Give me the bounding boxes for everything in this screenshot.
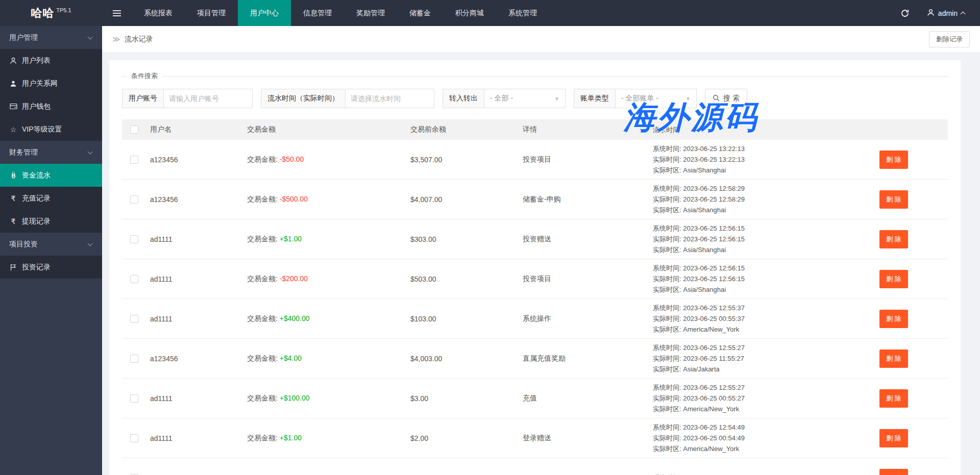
- admin-app: 哈哈 TP5.1 系统报表项目管理用户中心信息管理奖励管理储蓄金积分商城系统管理…: [0, 0, 980, 475]
- cell-time: 系统时间: 2023-06-25 12:55:37 实际时间: 2023-06-…: [638, 303, 872, 335]
- row-delete-button[interactable]: 删 除: [879, 151, 908, 169]
- cell-username: ad1111: [150, 434, 247, 442]
- user-menu[interactable]: admin: [927, 9, 965, 18]
- flow-records-table: 用户名 交易金额 交易前余额 详情 流水时间 a123456 交易金额: -$5…: [122, 119, 948, 475]
- row-checkbox[interactable]: [130, 235, 138, 243]
- cell-detail: 储蓄金-申购: [523, 195, 638, 204]
- cell-amount: 交易金额: -$50.00: [247, 155, 410, 164]
- flow-time-field-label: 流水时间（实际时间）: [261, 89, 345, 108]
- sidebar-item[interactable]: ₹提现记录: [0, 210, 102, 233]
- table-row: ad1111 交易金额: +$100.00 $3.00 充值 系统时间: 202…: [122, 379, 948, 418]
- cell-balance: $3.00: [410, 394, 523, 403]
- nav-item[interactable]: 储蓄金: [397, 0, 443, 26]
- table-row: ad1111 交易金额: +$400.00 $103.00 系统操作 系统时间:…: [122, 299, 948, 339]
- transfer-direction-value: - 全部 -: [490, 94, 513, 103]
- table-row: ad1111 交易金额: +$1.00 $303.00 投资赠送 系统时间: 2…: [122, 219, 948, 259]
- cell-username: ad1111: [150, 315, 247, 323]
- search-button[interactable]: 搜 索: [705, 89, 747, 108]
- row-checkbox[interactable]: [130, 394, 138, 403]
- wallet-icon: [9, 103, 17, 110]
- flow-time-input[interactable]: [345, 89, 434, 108]
- table-row: a123456 交易金额: +$4.00 $4,003.00 直属充值奖励 系统…: [122, 339, 948, 379]
- sidebar-section-header[interactable]: 用户管理: [0, 26, 102, 49]
- logo-version: TP5.1: [56, 7, 71, 13]
- flag-icon: [9, 264, 17, 271]
- delete-records-button[interactable]: 删除记录: [929, 31, 970, 47]
- cell-username: a123456: [150, 156, 247, 164]
- search-legend: 条件搜索: [126, 71, 163, 81]
- row-checkbox[interactable]: [130, 156, 138, 164]
- rupee-icon: ₹: [9, 217, 17, 226]
- cell-detail: 系统操作: [523, 314, 638, 323]
- sidebar-item[interactable]: 用户关系网: [0, 72, 102, 95]
- chevron-down-icon: [88, 241, 93, 246]
- nav-item[interactable]: 用户中心: [238, 0, 291, 26]
- logo-text: 哈哈: [31, 6, 54, 21]
- cell-username: ad1111: [150, 394, 247, 403]
- sidebar-section-header[interactable]: 项目投资: [0, 233, 102, 256]
- nav-item[interactable]: 奖励管理: [344, 0, 397, 26]
- col-header-detail: 详情: [523, 125, 638, 134]
- sidebar-menu: 用户管理用户列表用户关系网用户钱包☆VIP等级设置财务管理B资金流水₹充值记录₹…: [0, 26, 102, 475]
- sidebar-item[interactable]: 用户列表: [0, 49, 102, 72]
- row-delete-button[interactable]: 删 除: [879, 190, 908, 209]
- account-field-group: 用户账号: [122, 89, 253, 108]
- select-all-checkbox[interactable]: [130, 126, 138, 134]
- row-checkbox[interactable]: [130, 355, 138, 363]
- topnav: 系统报表项目管理用户中心信息管理奖励管理储蓄金积分商城系统管理: [132, 0, 549, 26]
- cell-amount: 交易金额: +$1.00: [247, 235, 410, 244]
- table-header-row: 用户名 交易金额 交易前余额 详情 流水时间: [122, 119, 948, 140]
- row-delete-button[interactable]: 删 除: [879, 349, 908, 368]
- row-checkbox[interactable]: [130, 434, 138, 442]
- row-delete-button[interactable]: 删 除: [879, 429, 908, 447]
- bill-type-group: 账单类型 - 全部账单 - ▼: [574, 89, 697, 108]
- chevron-down-icon: [88, 34, 93, 39]
- account-input[interactable]: [163, 89, 253, 108]
- bill-type-select[interactable]: - 全部账单 - ▼: [615, 89, 697, 108]
- topbar-right: admin: [900, 0, 980, 26]
- row-delete-button[interactable]: 删 除: [879, 230, 908, 248]
- nav-item[interactable]: 积分商城: [443, 0, 496, 26]
- sidebar-section-header[interactable]: 财务管理: [0, 141, 102, 164]
- breadcrumb-bar: ≫ 流水记录 删除记录: [102, 26, 980, 53]
- cell-username: ad1111: [150, 275, 247, 283]
- col-header-balance: 交易前余额: [410, 125, 523, 134]
- row-delete-button[interactable]: 删 除: [879, 389, 908, 408]
- refresh-icon[interactable]: [900, 9, 910, 18]
- search-icon: [713, 94, 720, 103]
- nav-item[interactable]: 系统报表: [132, 0, 185, 26]
- star-icon: ☆: [9, 126, 17, 134]
- cell-time: 系统时间: 2023-06-25 12:54:45: [638, 472, 872, 475]
- row-delete-button[interactable]: 删 除: [879, 270, 908, 288]
- sidebar-item[interactable]: ☆VIP等级设置: [0, 118, 102, 141]
- cell-amount: 交易金额: +$100.00: [247, 394, 410, 403]
- cell-amount: 交易金额: -$500.00: [247, 195, 410, 204]
- row-checkbox[interactable]: [130, 195, 138, 204]
- row-delete-button[interactable]: 删 除: [879, 310, 908, 328]
- nav-item[interactable]: 项目管理: [185, 0, 238, 26]
- cell-time: 系统时间: 2023-06-25 12:56:15 实际时间: 2023-06-…: [638, 223, 872, 255]
- sidebar-item[interactable]: ₹充值记录: [0, 187, 102, 210]
- row-checkbox[interactable]: [130, 315, 138, 323]
- sidebar-item[interactable]: B资金流水: [0, 164, 102, 187]
- bill-type-value: - 全部账单 -: [621, 94, 658, 103]
- table-row: ad1111 交易金额: -$200.00 $503.00 投资项目 系统时间:…: [122, 259, 948, 299]
- cell-time: 系统时间: 2023-06-25 13:22:13 实际时间: 2023-06-…: [638, 143, 872, 176]
- table-row: a123456 交易金额: -$50.00 $3,507.00 投资项目 系统时…: [122, 140, 948, 180]
- chevron-down-icon: [88, 149, 93, 154]
- row-checkbox[interactable]: [130, 275, 138, 283]
- svg-text:B: B: [11, 172, 15, 179]
- flow-time-field-group: 流水时间（实际时间）: [261, 89, 434, 108]
- cell-detail: 投资赠送: [523, 235, 638, 244]
- row-delete-button[interactable]: 删 除: [879, 469, 908, 475]
- transfer-direction-select[interactable]: - 全部 - ▼: [484, 89, 566, 108]
- hamburger-icon[interactable]: [102, 0, 132, 26]
- cell-time: 系统时间: 2023-06-25 12:56:15 实际时间: 2023-06-…: [638, 263, 872, 295]
- nav-item[interactable]: 系统管理: [496, 0, 549, 26]
- table-row: 系统时间: 2023-06-25 12:54:45 删 除: [122, 458, 948, 475]
- user-icon: [9, 57, 17, 64]
- cell-balance: $103.00: [410, 315, 523, 323]
- nav-item[interactable]: 信息管理: [291, 0, 344, 26]
- sidebar-item[interactable]: 投资记录: [0, 256, 102, 279]
- sidebar-item[interactable]: 用户钱包: [0, 95, 102, 118]
